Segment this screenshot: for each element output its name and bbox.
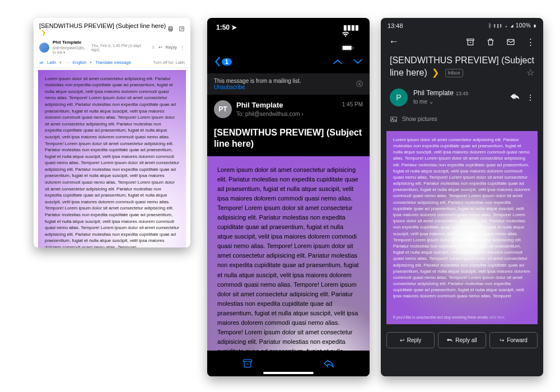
expand-details-icon[interactable]: ▾ <box>63 50 66 54</box>
battery-icon <box>342 45 361 51</box>
sender-avatar[interactable] <box>39 43 49 53</box>
battery-icon: ▮ <box>533 22 537 29</box>
email-body: Lorem ipsum dolor sit amet consectetur a… <box>38 70 186 248</box>
expand-details-icon[interactable]: ⌄ <box>429 99 433 105</box>
print-icon[interactable] <box>167 26 174 32</box>
expand-details-icon[interactable]: › <box>301 111 303 117</box>
dismiss-banner-icon[interactable]: ⓧ <box>356 80 363 89</box>
reply-label[interactable]: Reply <box>166 45 177 50</box>
prev-message-icon[interactable] <box>333 58 343 65</box>
sender-name[interactable]: Phil Template <box>413 89 454 97</box>
translate-icon: 🗚 <box>39 60 44 65</box>
email-body: Lorem ipsum dolor sit amet consectetur a… <box>207 156 370 375</box>
important-marker-icon[interactable]: ❯ <box>40 29 46 35</box>
svg-rect-8 <box>467 39 474 40</box>
message-time: 13:45 <box>456 91 469 96</box>
star-icon[interactable]: ☆ <box>151 45 155 50</box>
reply-icon[interactable] <box>323 358 335 368</box>
ios-mail-panel: 1:50 ➤ ▮▮▮▮ 1 This message is from a mai… <box>207 18 370 376</box>
svg-rect-6 <box>353 47 353 49</box>
location-icon: ➤ <box>231 24 237 31</box>
message-time: 1:45 PM <box>342 100 363 108</box>
signal-icon: ◢ <box>510 22 514 29</box>
translate-action[interactable]: Translate message <box>95 60 131 65</box>
unsubscribe-link[interactable]: Unsubscribe <box>214 84 301 90</box>
unsubscribe-link[interactable]: click here <box>489 315 504 319</box>
to-line: to me <box>53 50 63 54</box>
sender-name[interactable]: Phil Template <box>236 101 338 110</box>
to-line: to me <box>413 99 427 105</box>
mailing-list-banner: This message is from a mailing list. <box>214 78 301 84</box>
show-pictures-button[interactable]: Show pictures <box>381 112 543 129</box>
sender-name: Phil Template <box>53 40 81 45</box>
svg-rect-5 <box>343 46 352 50</box>
next-message-icon[interactable] <box>353 58 363 65</box>
reply-icon[interactable]: ↩ <box>158 45 162 50</box>
translate-from[interactable]: Latin <box>47 60 56 65</box>
wifi-icon: ▾ <box>505 22 508 29</box>
vibrate-icon: ⫾⫿⫾ <box>493 22 503 29</box>
to-line: To: phil@sendwithus.com <box>236 111 300 117</box>
sender-avatar[interactable]: PT <box>214 100 232 118</box>
more-menu-icon[interactable]: ⋮ <box>180 45 185 50</box>
subject-line: [SENDWITHUS PREVIEW] (Subject line here) <box>39 22 166 29</box>
message-date: Thu, Feb 6, 1:45 PM (4 days ago) <box>91 44 147 52</box>
gmail-web-panel: [SENDWITHUS PREVIEW] (Subject line here)… <box>34 18 190 248</box>
android-gmail-panel: 13:48 ᛒ ⫾⫿⫾ ▾ ◢ 100% ▮ ← ⋮ [SENDWITHUS P… <box>381 18 543 376</box>
subject-line: [SENDWITHUS PREVIEW] (Subject line here) <box>207 124 370 156</box>
sender-email: phil+template3@s… <box>53 46 88 50</box>
translate-to[interactable]: English <box>73 60 87 65</box>
clock: 1:50 <box>216 24 230 31</box>
reply-icon[interactable] <box>510 93 520 102</box>
delete-icon[interactable] <box>482 38 499 46</box>
clock: 13:48 <box>388 22 403 29</box>
reply-all-button[interactable]: ⮪ Reply all <box>438 332 486 348</box>
archive-icon[interactable] <box>242 358 253 369</box>
home-indicator[interactable] <box>263 372 314 374</box>
email-body: Lorem ipsum dolor sit amet consectetur a… <box>386 131 538 324</box>
svg-rect-7 <box>244 360 252 361</box>
more-menu-icon[interactable]: ⋮ <box>522 37 539 47</box>
wifi-icon <box>342 31 361 37</box>
signal-icon: ▮▮▮▮ <box>343 24 359 31</box>
forward-button[interactable]: ↪ Forward <box>489 332 538 348</box>
unread-count: 1 <box>222 58 232 66</box>
archive-icon[interactable] <box>462 38 479 46</box>
reply-button[interactable]: ↩ Reply <box>386 332 435 348</box>
sender-avatar[interactable]: P <box>390 88 408 106</box>
mark-unread-icon[interactable] <box>502 38 519 46</box>
star-icon[interactable]: ☆ <box>526 67 534 79</box>
open-new-window-icon[interactable] <box>178 26 185 32</box>
more-menu-icon[interactable]: ⋮ <box>526 93 534 102</box>
important-marker-icon[interactable]: ❯ <box>432 68 439 77</box>
battery-percent: 100% <box>516 22 531 29</box>
translate-off[interactable]: Turn off for: Latin <box>153 60 185 65</box>
back-button[interactable]: ← <box>385 36 402 48</box>
back-button[interactable]: 1 <box>214 57 232 67</box>
bluetooth-icon: ᛒ <box>488 22 492 29</box>
inbox-label[interactable]: Inbox <box>445 69 463 77</box>
unsubscribe-footer: If you'd like to unsubscribe and stop re… <box>393 315 505 320</box>
